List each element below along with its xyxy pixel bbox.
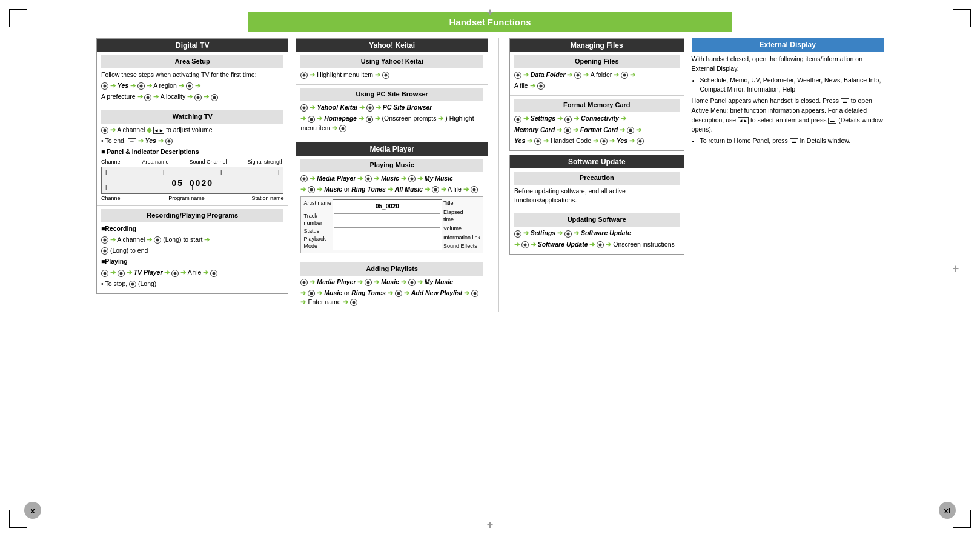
circle-icon-15 — [210, 270, 217, 277]
recording-step1: ➔ A channel ➔ (Long) to start ➔ — [101, 235, 283, 244]
label-title-r: Title — [443, 199, 480, 207]
pc-browser-header: Using PC Site Browser — [300, 88, 483, 101]
ext-home-panel: Home Panel appears when handset is close… — [692, 96, 884, 135]
music-screen: 05_0020 — [333, 199, 442, 250]
column-digital-tv: Digital TV Area Setup Follow these steps… — [96, 38, 288, 312]
tv-screen-diagram: Channel Area name Sound Channel Signal s… — [101, 158, 283, 202]
adding-playlists-header: Adding Playlists — [300, 262, 483, 276]
crosshair-top — [484, 6, 496, 18]
updating-step2: ➔ ➔ Software Update ➔ ➔ Onscreen instruc… — [514, 240, 680, 249]
external-display-title: External Display — [692, 38, 884, 52]
label-status: Status — [303, 227, 331, 235]
pc-step1: ➔ Yahoo! Keitai ➔ ➔ PC Site Browser — [300, 103, 483, 112]
music-screen-number: 05_0020 — [334, 202, 440, 212]
circle-icon-fm1 — [514, 116, 521, 123]
using-yahoo-body: Using Yahoo! Keitai ➔ Highlight menu ite… — [296, 52, 487, 84]
corner-mark-tr — [953, 9, 971, 27]
circle-icon-m5 — [432, 186, 439, 193]
music-labels-right: Title Elapsedtime Volume Information lin… — [443, 199, 480, 250]
watching-step2: • To end, ↩ ➔ Yes ➔ — [101, 136, 283, 145]
precaution-body: Precaution Before updating software, end… — [510, 168, 684, 210]
confirm-icon: ▬ — [828, 118, 836, 124]
circle-icon-14 — [171, 270, 179, 277]
playing-music-body: Playing Music ➔ Media Player ➔ ➔ Music ➔… — [296, 156, 487, 259]
label-info-link: Information link — [443, 234, 480, 242]
watching-tv-body: Watching TV ➔ A channel ◆ ◄► to adjust v… — [97, 107, 288, 205]
yahoo-header: Yahoo! Keitai — [296, 39, 487, 52]
screen-content-area — [334, 215, 440, 227]
format-memory-body: Format Memory Card ➔ Settings ➔ ➔ Connec… — [510, 95, 684, 150]
circle-icon-pl7 — [350, 299, 357, 306]
label-playback: PlaybackMode — [303, 235, 331, 250]
watching-tv-header: Watching TV — [101, 110, 283, 124]
circle-icon-su1 — [514, 230, 521, 238]
circle-icon-m3 — [408, 175, 416, 182]
circle-icon-pl5 — [395, 290, 402, 297]
playing-music-steps2: ➔ ➔ Music or Ring Tones ➔ All Music ➔ ➔ … — [300, 185, 483, 194]
circle-icon-of4 — [537, 82, 545, 90]
panel-indicator-title: ■ Panel & Indicator Descriptions — [101, 147, 283, 156]
column-yahoo-media: Yahoo! Keitai Using Yahoo! Keitai ➔ High… — [296, 38, 488, 312]
opening-files-steps: ➔ Data Folder ➔ ➔ A folder ➔ ➔ — [514, 70, 680, 79]
menu-button-icon: ▬ — [841, 98, 849, 104]
precaution-text: Before updating software, end all active… — [514, 187, 680, 205]
page-number-left: x — [24, 502, 41, 519]
pc-browser-body: Using PC Site Browser ➔ Yahoo! Keitai ➔ … — [296, 84, 487, 138]
playing-music-header: Playing Music — [300, 159, 483, 172]
ext-return-list: To return to Home Panel, press ▬ in Deta… — [692, 136, 884, 146]
circle-icon-6 — [211, 94, 218, 101]
circle-icon-fm5 — [534, 138, 541, 145]
playing-step1: ➔ ➔ TV Player ➔ ➔ A file ➔ — [101, 268, 283, 277]
label-artist: Artist name — [303, 199, 331, 207]
circle-icon-p4 — [366, 116, 373, 123]
music-screen-lines — [334, 213, 440, 228]
opening-files-steps2: A file ➔ — [514, 81, 680, 90]
using-yahoo-step: ➔ Highlight menu item ➔ — [300, 70, 483, 79]
managing-files-header: Managing Files — [510, 39, 684, 52]
corner-mark-tl — [9, 9, 27, 27]
circle-icon-9 — [101, 236, 108, 244]
return-icon: ▬ — [790, 138, 798, 144]
screen-bottom-indicators: | | | — [105, 184, 279, 192]
circle-icon-13 — [118, 270, 125, 277]
playlist-step2: ➔ ➔ Music or Ring Tones ➔ ➔ Add New Play… — [300, 289, 483, 307]
volume-icon: ◄► — [153, 127, 164, 134]
music-diagram-inner: Artist name Tracknumber Status PlaybackM… — [303, 199, 480, 250]
circle-icon-fm6 — [600, 138, 608, 145]
recording-step2: (Long) to end — [101, 246, 283, 255]
circle-icon-pl2 — [365, 279, 372, 286]
media-player-header: Media Player — [296, 142, 487, 156]
circle-icon-pl3 — [408, 279, 416, 286]
circle-icon-fm7 — [637, 138, 644, 145]
circle-icon-y1 — [300, 72, 308, 79]
circle-icon-7 — [101, 127, 108, 134]
format-step1: ➔ Settings ➔ ➔ Connectivity ➔ — [514, 114, 680, 123]
page-divider — [498, 38, 499, 312]
circle-icon-11 — [101, 247, 108, 255]
circle-icon-3 — [186, 82, 193, 90]
software-update-section: Software Update Precaution Before updati… — [509, 155, 684, 255]
music-labels-left: Artist name Tracknumber Status PlaybackM… — [303, 199, 331, 250]
crosshair-bottom — [484, 519, 496, 531]
opening-files-body: Opening Files ➔ Data Folder ➔ ➔ A folder… — [510, 52, 684, 95]
circle-icon-su4 — [597, 241, 604, 248]
label-elapsed: Elapsedtime — [443, 208, 480, 224]
format-memory-header: Format Memory Card — [514, 99, 680, 112]
circle-icon-4 — [144, 94, 151, 101]
area-setup-text: Follow these steps when activating TV fo… — [101, 70, 283, 79]
ext-items: Schedule, Memo, UV, Pedometer, Weather, … — [700, 76, 884, 95]
updating-header: Updating Software — [514, 213, 680, 227]
column-external-display: External Display With handset closed, op… — [692, 38, 884, 312]
updating-body: Updating Software ➔ Settings ➔ ➔ Softwar… — [510, 210, 684, 253]
updating-step1: ➔ Settings ➔ ➔ Software Update — [514, 228, 680, 238]
external-display-body: With handset closed, open the following … — [692, 55, 884, 146]
circle-icon-1 — [101, 82, 108, 90]
circle-icon-fm3 — [564, 127, 571, 134]
circle-icon-16 — [129, 281, 136, 288]
external-display-section: External Display With handset closed, op… — [692, 38, 884, 148]
recording-body: Recording/Playing Programs ■Recording ➔ … — [97, 205, 288, 293]
using-yahoo-header: Using Yahoo! Keitai — [300, 55, 483, 68]
screen-labels-bottom: Channel Program name Station name — [101, 195, 283, 202]
circle-icon-su3 — [521, 241, 529, 248]
circle-icon-m4 — [308, 186, 315, 193]
